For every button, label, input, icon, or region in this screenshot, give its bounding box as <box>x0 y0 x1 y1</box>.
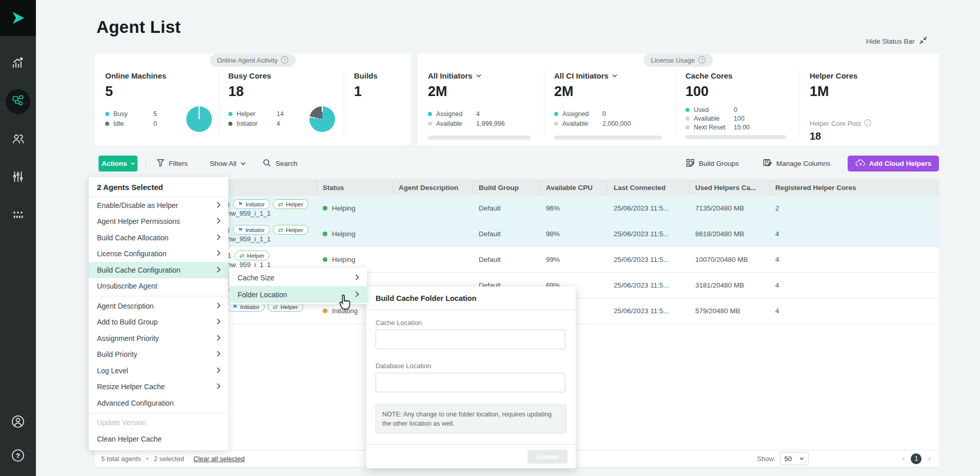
used-helpers-cache-cell: 10070/20480 MB <box>689 247 769 272</box>
helper-badge-icon: ⇄ <box>278 201 283 208</box>
help-icon: ? <box>11 448 25 465</box>
build-groups-icon <box>686 159 695 169</box>
column-header-agent-description[interactable]: Agent Description <box>393 179 473 196</box>
column-header-used-helpers-ca[interactable]: Used Helpers Ca... <box>689 179 769 196</box>
online-agent-activity-card: Online Agent Activity ? Online Machines5… <box>95 54 410 145</box>
next-page-button[interactable]: › <box>928 453 931 464</box>
menu-item-license-configuration[interactable]: License Configuration <box>89 246 228 262</box>
menu-item-unsubscribe-agent[interactable]: Unsubscribe Agent <box>89 278 228 295</box>
database-location-input[interactable] <box>376 373 565 392</box>
filters-button[interactable]: Filters <box>156 156 188 172</box>
menu-item-agent-helper-permissions[interactable]: Agent Helper Permissions <box>89 214 228 230</box>
chevron-right-icon <box>355 274 359 282</box>
column-header-registered-helper-cores[interactable]: Registered Helper Cores <box>769 179 939 196</box>
legend-dot <box>105 122 109 126</box>
helper-badge: ⇄Helper <box>234 251 270 260</box>
sidebar-item-settings-sliders[interactable] <box>6 165 30 190</box>
menu-item-resize-helper-cache[interactable]: Resize Helper Cache <box>89 379 228 395</box>
build-groups-button[interactable]: Build Groups <box>686 156 739 172</box>
status-text: Helping <box>332 230 356 238</box>
column-header-status[interactable]: Status <box>317 179 393 196</box>
legend-dot <box>228 112 232 116</box>
menu-item-build-cache-configuration[interactable]: Build Cache Configuration <box>89 262 228 278</box>
registered-helper-cores-cell: 4 <box>769 221 939 246</box>
legend-row: Assigned0 <box>554 109 675 119</box>
status-text: Helping <box>332 256 356 263</box>
metric-value: 2M <box>428 84 544 100</box>
chevron-down-icon <box>799 457 804 460</box>
menu-item-agent-description[interactable]: Agent Description <box>89 298 228 314</box>
app: ? Agent List Hide Status Bar Online Agen… <box>0 0 980 476</box>
metric-pie-chart <box>186 106 212 132</box>
manage-columns-button[interactable]: Manage Columns <box>763 156 831 172</box>
metric-legend: Assigned4Available1,999,996 <box>428 109 544 128</box>
cache-location-label: Cache Location <box>376 319 566 327</box>
menu-item-log-level[interactable]: Log Level <box>89 363 228 379</box>
database-location-label: Database Location <box>376 362 566 370</box>
users-icon <box>11 132 25 147</box>
show-all-dropdown[interactable]: Show All <box>210 156 246 172</box>
sidebar-item-license-keys[interactable] <box>6 203 30 228</box>
sidebar-item-dashboard-chart[interactable] <box>6 51 30 76</box>
mouse-cursor-pointer <box>337 294 354 314</box>
menu-item-build-cache-allocation[interactable]: Build Cache Allocation <box>89 230 228 246</box>
submit-button[interactable]: Submit <box>527 450 567 464</box>
menu-item-enable-disable-as-helper[interactable]: Enable/Disable as Helper <box>89 197 228 214</box>
sidebar-item-user-avatar[interactable] <box>6 410 30 435</box>
user-avatar-icon <box>11 414 25 431</box>
last-connected-cell: 25/06/2023 11:5... <box>607 196 689 221</box>
show-all-label: Show All <box>210 160 237 167</box>
page-size-select[interactable]: 50 <box>780 452 809 465</box>
license-usage-card: License Usage ? All Initiators2MAssigned… <box>418 54 939 145</box>
agent-description-cell <box>393 196 473 221</box>
menu-item-build-priority[interactable]: Build Priority <box>89 347 228 363</box>
legend-dot <box>428 112 432 116</box>
chevron-right-icon <box>217 318 221 326</box>
question-icon[interactable]: ? <box>281 56 288 65</box>
metric-builds: Builds1 <box>344 54 410 145</box>
status-dot <box>323 309 327 313</box>
menu-item-clean-helper-cache[interactable]: Clean Helper Cache <box>89 431 228 447</box>
sidebar-item-help[interactable]: ? <box>6 444 30 469</box>
registered-helper-cores-cell: 2 <box>769 196 939 221</box>
registered-helper-cores-cell: 4 <box>769 247 939 272</box>
column-header-build-group[interactable]: Build Group <box>473 179 540 196</box>
column-header-last-connected[interactable]: Last Connected <box>607 179 689 196</box>
svg-text:i: i <box>867 120 868 125</box>
sidebar-item-users[interactable] <box>6 127 30 152</box>
manage-columns-icon <box>763 159 772 168</box>
collapse-icon <box>919 36 928 46</box>
search-button[interactable]: Search <box>263 156 298 172</box>
legend-row: Available2,000,000 <box>554 119 675 128</box>
sidebar-item-agents[interactable] <box>6 89 30 114</box>
app-logo[interactable] <box>0 0 36 36</box>
chevron-right-icon <box>217 234 221 242</box>
last-connected-cell: 25/06/2023 11:5... <box>607 247 689 272</box>
legend-row: Available1,999,996 <box>428 119 544 128</box>
status-cell: Helping <box>317 196 393 221</box>
question-icon[interactable]: ? <box>698 56 706 65</box>
build-group-cell: Default <box>473 221 540 246</box>
menu-divider <box>89 413 228 413</box>
cache-location-input[interactable] <box>376 330 565 349</box>
used-helpers-cache-cell: 3181/20480 MB <box>689 273 769 298</box>
submenu-item-cache-size[interactable]: Cache Size <box>229 269 367 286</box>
menu-item-add-to-build-group[interactable]: Add to Build Group <box>89 314 228 331</box>
menu-item-assignment-priority[interactable]: Assignment Priority <box>89 330 228 347</box>
metric-title[interactable]: All Initiators <box>428 71 544 80</box>
info-icon[interactable]: i <box>864 119 871 128</box>
metric-title[interactable]: All CI Initiators <box>554 71 675 80</box>
metric-title: Cache Cores <box>685 71 799 80</box>
helper-core-pool-label: Helper Core Pooli <box>810 119 939 128</box>
legend-dot <box>228 122 232 126</box>
add-cloud-helpers-button[interactable]: Add Cloud Helpers <box>848 156 939 172</box>
actions-button[interactable]: Actions <box>99 156 138 172</box>
used-helpers-cache-cell: 579/20480 MB <box>689 298 769 323</box>
hide-status-bar-button[interactable]: Hide Status Bar <box>866 36 928 46</box>
prev-page-button[interactable]: ‹ <box>902 453 905 464</box>
current-page-badge[interactable]: 1 <box>911 453 922 464</box>
metric-title: Helper Cores <box>810 71 939 80</box>
clear-all-selected-link[interactable]: Clear all selected <box>193 455 245 463</box>
menu-item-advanced-configuration[interactable]: Advanced Configuration <box>89 395 228 411</box>
column-header-available-cpu[interactable]: Available CPU <box>540 179 607 196</box>
